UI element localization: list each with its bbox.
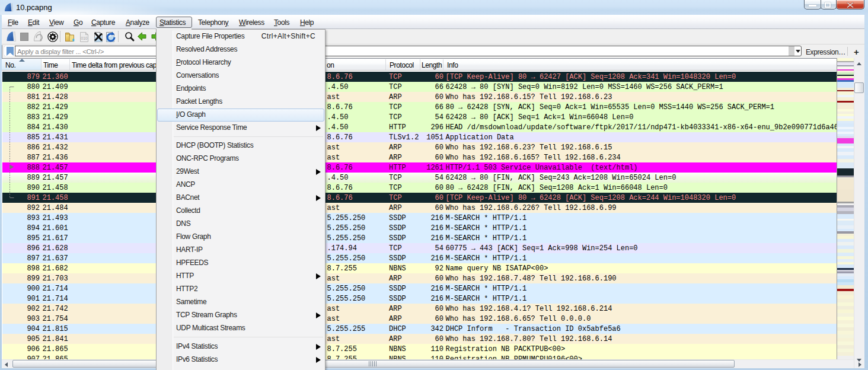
svg-text:010: 010 xyxy=(81,36,88,40)
